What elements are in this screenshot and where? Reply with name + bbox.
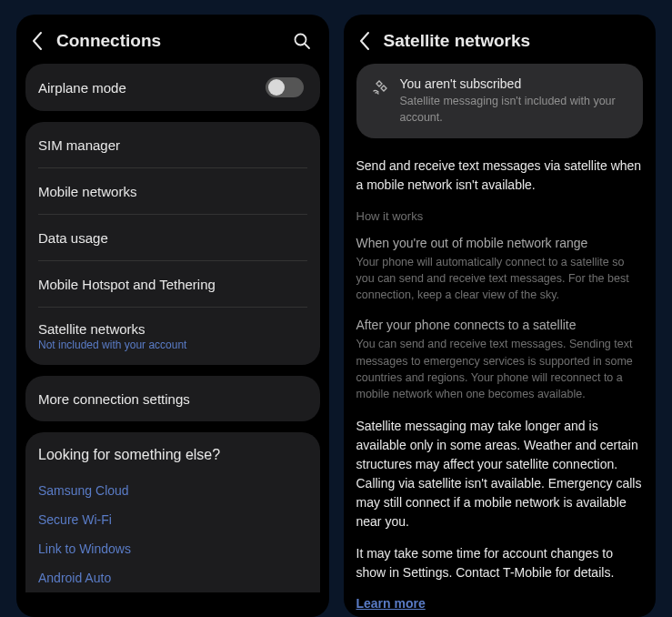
data-usage-label: Data usage <box>38 230 304 246</box>
secure-wifi-link[interactable]: Secure Wi-Fi <box>38 505 307 534</box>
satellite-networks-sublabel: Not included with your account <box>38 339 304 351</box>
back-button[interactable] <box>358 31 371 51</box>
intro-text: Send and receive text messages via satel… <box>356 157 644 195</box>
hotspot-row[interactable]: Mobile Hotspot and Tethering <box>25 261 320 307</box>
info-body: Your phone will automatically connect to… <box>356 254 644 303</box>
warning-text-1: Satellite messaging may take longer and … <box>356 417 644 531</box>
more-settings-label: More connection settings <box>38 391 304 407</box>
content: Airplane mode SIM manager Mobile network… <box>16 64 329 592</box>
page-title: Satellite networks <box>384 31 638 51</box>
content: You aren't subscribed Satellite messagin… <box>344 64 657 617</box>
page-title: Connections <box>56 31 280 51</box>
mobile-networks-label: Mobile networks <box>38 184 304 199</box>
connections-screen: Connections Airplane mode SIM manager Mo… <box>16 15 329 617</box>
sim-manager-label: SIM manager <box>38 137 304 153</box>
notice-text: Satellite messaging isn't included with … <box>400 94 629 126</box>
network-card: SIM manager Mobile networks Data usage M… <box>25 122 320 365</box>
chevron-left-icon <box>31 31 44 51</box>
airplane-mode-row[interactable]: Airplane mode <box>25 64 320 111</box>
info-block-connect: After your phone connects to a satellite… <box>356 318 644 402</box>
footer-title: Looking for something else? <box>38 447 307 463</box>
satellite-icon <box>371 78 389 100</box>
search-button[interactable] <box>293 32 311 50</box>
warning-text-2: It may take some time for account change… <box>356 544 644 582</box>
row-content: Satellite networks Not included with you… <box>38 321 304 351</box>
notice-title: You aren't subscribed <box>400 76 629 91</box>
more-card: More connection settings <box>25 376 320 421</box>
satellite-networks-row[interactable]: Satellite networks Not included with you… <box>25 308 320 365</box>
notice-content: You aren't subscribed Satellite messagin… <box>400 76 629 126</box>
satellite-screen: Satellite networks You aren't subscribed… <box>344 15 657 617</box>
learn-more-link[interactable]: Learn more <box>356 596 426 611</box>
data-usage-row[interactable]: Data usage <box>25 215 320 260</box>
subscription-notice[interactable]: You aren't subscribed Satellite messagin… <box>356 64 644 138</box>
info-heading: When you're out of mobile network range <box>356 236 644 250</box>
search-icon <box>293 32 311 50</box>
toggle-knob <box>268 79 285 96</box>
android-auto-link[interactable]: Android Auto <box>38 563 307 592</box>
how-it-works-label: How it works <box>356 209 644 223</box>
info-body: You can send and receive text messages. … <box>356 336 644 402</box>
airplane-mode-label: Airplane mode <box>38 80 266 96</box>
samsung-cloud-link[interactable]: Samsung Cloud <box>38 476 307 505</box>
link-to-windows-link[interactable]: Link to Windows <box>38 534 307 563</box>
header: Satellite networks <box>344 15 657 64</box>
mobile-networks-row[interactable]: Mobile networks <box>25 168 320 214</box>
info-block-range: When you're out of mobile network range … <box>356 236 644 303</box>
chevron-left-icon <box>358 31 371 51</box>
header: Connections <box>16 15 329 64</box>
satellite-networks-label: Satellite networks <box>38 321 304 337</box>
hotspot-label: Mobile Hotspot and Tethering <box>38 277 304 292</box>
airplane-card: Airplane mode <box>25 64 320 111</box>
back-button[interactable] <box>31 31 44 51</box>
airplane-mode-toggle[interactable] <box>266 77 304 97</box>
info-heading: After your phone connects to a satellite <box>356 318 644 332</box>
more-settings-row[interactable]: More connection settings <box>25 376 320 421</box>
footer-card: Looking for something else? Samsung Clou… <box>25 432 320 592</box>
sim-manager-row[interactable]: SIM manager <box>25 122 320 167</box>
